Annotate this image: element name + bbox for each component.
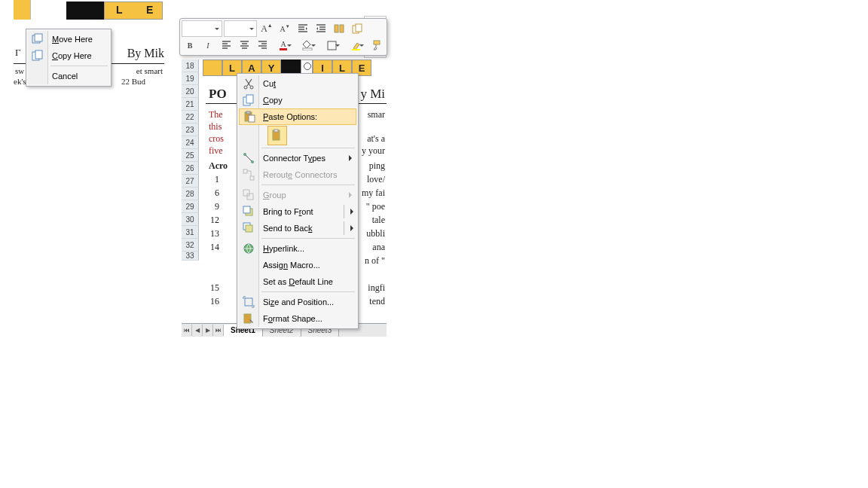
- bg-text: at's a: [367, 133, 385, 145]
- bg-text: ubbli: [366, 228, 385, 239]
- menu-label: Size and Position...: [263, 297, 334, 307]
- row-header[interactable]: 21: [182, 98, 199, 111]
- merge-center-button[interactable]: [331, 20, 347, 37]
- reroute-icon: [243, 169, 255, 181]
- row-header[interactable]: 19: [182, 72, 199, 85]
- svg-rect-26: [247, 194, 253, 200]
- tab-nav-first[interactable]: ⏮: [182, 325, 192, 336]
- bg-text: 15: [210, 282, 219, 294]
- shape-context-menu: Cut Copy Paste Options: Connector Types …: [237, 73, 359, 329]
- row-header[interactable]: 26: [182, 162, 199, 175]
- tab-nav-next[interactable]: ▶: [203, 325, 213, 336]
- grow-font-button[interactable]: A▲: [258, 20, 275, 37]
- bg-text: PO: [209, 87, 227, 102]
- increase-indent-button[interactable]: [313, 20, 329, 37]
- bg-text: my fai: [362, 188, 385, 199]
- bg-text: sw: [15, 66, 24, 75]
- shrink-font-button[interactable]: A▼: [277, 20, 293, 37]
- svg-point-12: [244, 86, 247, 89]
- bold-button[interactable]: B: [182, 37, 198, 53]
- row-header[interactable]: 29: [182, 200, 199, 213]
- row-header[interactable]: 33: [182, 252, 199, 261]
- copy-icon: [243, 94, 255, 106]
- italic-button[interactable]: I: [200, 37, 216, 53]
- menu-move-here[interactable]: Move Here: [28, 31, 109, 47]
- menu-label: Format Shape...: [263, 314, 322, 323]
- bg-text: cros: [209, 133, 224, 145]
- row-header[interactable]: 30: [182, 213, 199, 226]
- menu-label: Cut: [263, 79, 276, 88]
- separator: [261, 185, 355, 185]
- bg-text: love/: [367, 174, 385, 185]
- menu-format-shape[interactable]: Format Shape...: [239, 310, 356, 327]
- font-family-dropdown[interactable]: [182, 20, 222, 37]
- menu-group[interactable]: Group: [239, 187, 356, 203]
- row-header[interactable]: 18: [182, 59, 199, 72]
- bg-text: 13: [210, 228, 219, 239]
- menu-label: Copy: [263, 96, 283, 105]
- fill-color-button[interactable]: [296, 37, 319, 53]
- menu-send-to-back[interactable]: Send to Back: [239, 220, 356, 236]
- tab-nav-prev[interactable]: ◀: [192, 325, 203, 336]
- svg-point-13: [250, 86, 253, 89]
- move-icon: [32, 33, 44, 45]
- mini-toolbar: A▲ A▼ B I A: [179, 18, 387, 56]
- menu-label: Group: [263, 191, 286, 200]
- menu-cut[interactable]: Cut: [239, 75, 356, 92]
- menu-assign-macro[interactable]: Assign Macro...: [239, 257, 356, 273]
- border-button[interactable]: [320, 37, 343, 53]
- row-header[interactable]: 32: [182, 239, 199, 252]
- align-left-button[interactable]: [218, 37, 234, 53]
- tab-nav-last[interactable]: ⏭: [213, 325, 224, 336]
- cut-icon: [243, 78, 255, 90]
- bg-text: " poe: [366, 201, 385, 212]
- group-icon: [243, 189, 255, 201]
- align-center-button[interactable]: [236, 37, 252, 53]
- bg-text: y Mi: [360, 87, 385, 102]
- paste-option-keep-source[interactable]: [267, 126, 287, 145]
- bg-text: smar: [368, 109, 385, 120]
- font-color-button[interactable]: A: [272, 37, 295, 53]
- svg-rect-9: [328, 41, 336, 50]
- submenu-arrow-icon: [349, 192, 352, 198]
- font-size-dropdown[interactable]: [224, 20, 257, 37]
- row-header[interactable]: 24: [182, 136, 199, 149]
- drag-context-menu: Move Here Copy Here Cancel: [26, 29, 112, 87]
- row-header[interactable]: 31: [182, 226, 199, 239]
- svg-rect-5: [340, 25, 344, 32]
- row-header[interactable]: 28: [182, 188, 199, 200]
- bring-front-icon: [243, 206, 255, 218]
- menu-paste-options[interactable]: Paste Options:: [239, 108, 356, 125]
- copy-button[interactable]: [349, 20, 365, 37]
- menu-set-default-line[interactable]: Set as Default Line: [239, 273, 356, 290]
- separator: [50, 66, 108, 66]
- separator: [261, 291, 355, 292]
- svg-rect-4: [335, 25, 338, 32]
- bg-text: 16: [210, 296, 219, 307]
- row-header[interactable]: 27: [182, 175, 199, 188]
- menu-bring-to-front[interactable]: Bring to Front: [239, 203, 356, 220]
- menu-label: Hyperlink...: [263, 244, 304, 253]
- bg-text: 9: [215, 201, 219, 212]
- decrease-indent-button[interactable]: [295, 20, 311, 37]
- svg-rect-10: [352, 49, 360, 50]
- menu-copy[interactable]: Copy: [239, 92, 356, 108]
- bg-title-frag: By Mik: [127, 47, 164, 60]
- menu-copy-here[interactable]: Copy Here: [28, 47, 109, 64]
- align-right-button[interactable]: [254, 37, 270, 53]
- paste-option-row: [239, 125, 356, 146]
- row-header[interactable]: 25: [182, 149, 199, 162]
- row-header[interactable]: 20: [182, 85, 199, 98]
- svg-rect-24: [250, 176, 254, 180]
- highlight-button[interactable]: [344, 37, 367, 53]
- row-header[interactable]: 23: [182, 124, 199, 136]
- menu-size-and-position[interactable]: Size and Position...: [239, 294, 356, 310]
- menu-cancel[interactable]: Cancel: [28, 68, 109, 84]
- row-header[interactable]: 22: [182, 111, 199, 124]
- connector-icon: [243, 152, 255, 164]
- format-painter-button[interactable]: [368, 37, 385, 53]
- bg-text: ana: [372, 242, 385, 253]
- menu-connector-types[interactable]: Connector Types: [239, 150, 356, 166]
- menu-hyperlink[interactable]: Hyperlink...: [239, 240, 356, 257]
- svg-rect-3: [35, 50, 42, 59]
